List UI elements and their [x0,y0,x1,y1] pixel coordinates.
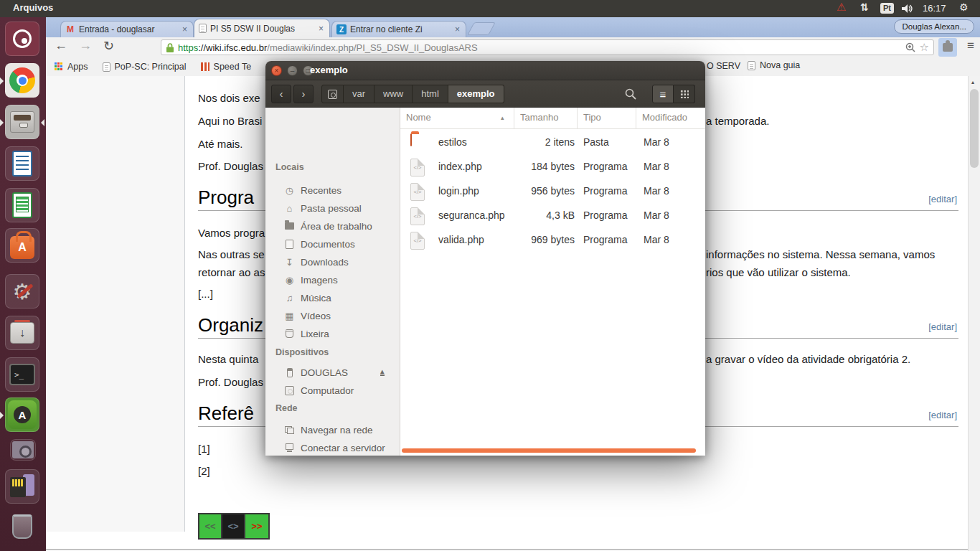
sidebar-section-rede: Rede [275,403,298,413]
sidebar-item-documentos[interactable]: Documentos [284,236,355,252]
top-panel: Arquivos ⚠ ⇅ Pt 16:17 ⚙ [0,0,980,17]
breadcrumb-root-button[interactable] [321,85,344,103]
profile-button[interactable]: Douglas Alexan... [894,19,974,34]
wiki-reference[interactable]: [2] [198,465,210,477]
launcher-software-updater-button[interactable]: A [5,397,39,432]
page-scrollbar[interactable]: ▴ [968,76,980,551]
grid-view-button[interactable] [674,85,695,103]
launcher-chrome-button[interactable] [5,63,39,98]
sidebar-item-navegar-na-rede[interactable]: Navegar na rede [284,422,373,438]
launcher-media-card-button[interactable] [5,469,39,504]
edit-link[interactable]: [editar] [928,321,957,332]
column-nome[interactable]: Nome [406,112,431,123]
sort-asc-icon: ▴ [501,114,504,121]
sidebar-item-douglas[interactable]: DOUGLAS [284,364,348,380]
file-row-seguranca-php[interactable]: </> seguranca.php 4,3 kB Programa Mar 8 [400,204,705,228]
sidebar-item-imagens[interactable]: ◉Imagens [284,272,338,288]
launcher-dash-button[interactable] [5,22,39,56]
sidebar-item-pasta-pessoal[interactable]: ⌂Pasta pessoal [284,200,362,216]
bookmark-popsc[interactable]: PoP-SC: Principal [103,62,187,72]
bookmark-speedtest[interactable]: Speed Te [201,62,252,72]
window-minimize-button[interactable]: – [287,65,298,76]
launcher-calc-button[interactable] [5,188,39,222]
launcher-files-button[interactable] [5,105,39,139]
warning-icon[interactable]: ⚠ [837,1,846,14]
session-gear-icon[interactable]: ⚙ [959,1,969,13]
camera-icon: ◉ [284,275,295,286]
edit-link[interactable]: [editar] [928,410,957,420]
tab-close-icon[interactable]: × [453,24,461,34]
file-row-login-php[interactable]: </> login.php 956 bytes Programa Mar 8 [400,179,705,204]
bookmark-nova-guia[interactable]: Nova guia [748,60,800,70]
file-row-estilos[interactable]: estilos 2 itens Pasta Mar 8 [400,131,705,155]
scrollbar-thumb[interactable] [970,89,979,168]
reload-button[interactable]: ↻ [103,38,114,54]
bookmark-apps[interactable]: Apps [55,62,88,72]
page-favicon [199,24,207,33]
forward-button[interactable]: → [79,38,92,53]
wiki-paragraph: Nas outras se [198,248,265,260]
nav-prev-button[interactable]: << [199,514,222,538]
wiki-paragraph: Até mais. [198,138,243,150]
back-button[interactable]: ‹ [271,85,291,103]
breadcrumb-var[interactable]: var [344,85,374,103]
tab-strip: M Entrada - douglasar × PI S5 DSW II Dou… [46,17,980,37]
nav-next-button[interactable]: >> [245,514,268,538]
breadcrumb-html[interactable]: html [413,85,448,103]
extension-button[interactable] [938,38,957,57]
speedtest-icon [201,62,209,71]
list-view-button[interactable]: ≡ [652,85,674,103]
address-bar[interactable]: https://wiki.ifsc.edu.br/mediawiki/index… [161,39,934,55]
launcher-writer-button[interactable] [5,146,39,181]
breadcrumb-exemplo[interactable]: exemplo [448,85,504,103]
file-row-valida-php[interactable]: </> valida.php 969 bytes Programa Mar 8 [400,228,705,253]
launcher-settings-button[interactable]: ⚙ [5,274,39,309]
tab-gmail[interactable]: M Entrada - douglasar × [60,21,194,37]
zoom-icon[interactable] [905,42,916,53]
page-favicon [748,61,755,70]
files-titlebar[interactable]: × – ▢ exemplo [265,61,705,80]
sidebar-item-area-de-trabalho[interactable]: Área de trabalho [284,218,372,234]
sidebar-item-videos[interactable]: ▦Vídeos [284,308,331,324]
window-close-button[interactable]: × [271,65,282,76]
eject-icon[interactable]: ▴ [380,368,385,376]
horizontal-scrollbar[interactable] [402,448,696,453]
tab-wiki-active[interactable]: PI S5 DSW II Douglas × [194,19,330,37]
keyboard-layout-indicator[interactable]: Pt [880,3,894,14]
sidebar-item-computador[interactable]: Computador [284,382,354,398]
wiki-paragraph: Prof. Douglas [198,160,263,172]
tab-zimbra[interactable]: Z Entrar no cliente Zi × [331,21,466,37]
launcher-trash-button[interactable] [5,509,39,544]
clock[interactable]: 16:17 [923,3,946,14]
sidebar-item-conectar-a-servidor[interactable]: Conectar a servidor [284,440,385,456]
file-row-index-php[interactable]: </> index.php 184 bytes Programa Mar 8 [400,155,705,179]
new-tab-button[interactable] [467,22,496,35]
sidebar-item-recentes[interactable]: ◷Recentes [284,182,341,198]
browser-menu-icon[interactable]: ≡ [967,39,974,53]
back-button[interactable]: ← [55,38,67,53]
forward-button[interactable]: › [293,85,314,103]
column-tamanho[interactable]: Tamanho [520,112,558,123]
launcher-terminal-button[interactable]: >_ [5,357,39,392]
volume-icon[interactable] [901,4,913,14]
column-modificado[interactable]: Modificado [642,112,687,123]
tab-close-icon[interactable]: × [317,24,325,34]
bookmark-oserv[interactable]: O SERV [707,61,740,71]
network-indicator-icon[interactable]: ⇅ [860,1,869,13]
desktop: Arquivos ⚠ ⇅ Pt 16:17 ⚙ A ⚙ ↓ >_ A M Ent… [0,0,980,551]
search-icon[interactable] [625,88,636,100]
sidebar-item-downloads[interactable]: ↧Downloads [284,254,349,270]
breadcrumb-www[interactable]: www [374,85,413,103]
column-tipo[interactable]: Tipo [583,112,601,123]
launcher-screenshot-button[interactable] [10,439,36,461]
bookmark-star-icon[interactable]: ☆ [920,41,929,54]
scroll-up-icon[interactable]: ▴ [971,79,974,85]
tab-close-icon[interactable]: × [181,24,189,34]
sidebar-item-musica[interactable]: ♫Música [284,290,331,306]
edit-link[interactable]: [editar] [928,194,957,204]
nav-index-button[interactable]: <> [222,514,245,538]
launcher-package-installer-button[interactable]: ↓ [5,316,39,350]
launcher-software-center-button[interactable]: A [5,228,39,263]
sidebar-item-lixeira[interactable]: Lixeira [284,326,329,342]
wiki-reference[interactable]: [1] [198,443,210,455]
